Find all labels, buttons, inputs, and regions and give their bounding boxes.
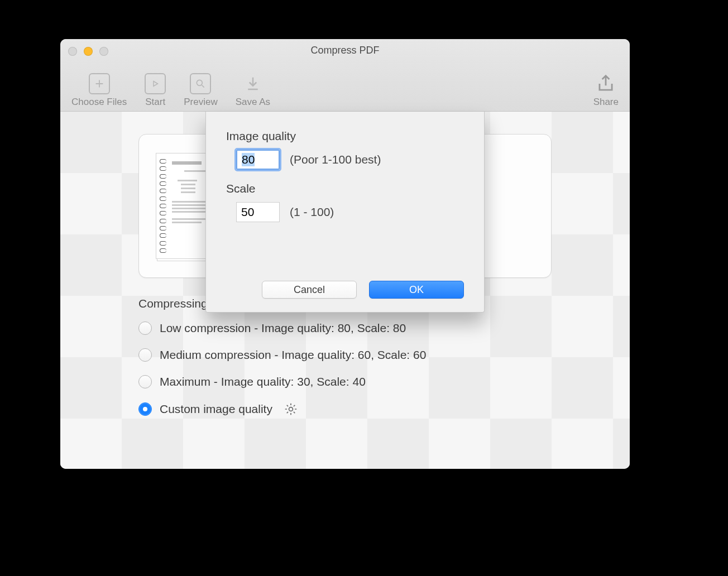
option-label: Custom image quality — [160, 402, 272, 416]
preview-label: Preview — [184, 97, 217, 108]
play-icon — [145, 73, 166, 94]
magnifier-icon — [190, 73, 211, 94]
option-label: Medium compression - Image quality: 60, … — [160, 348, 426, 362]
option-maximum-compression[interactable]: Maximum - Image quality: 30, Scale: 40 — [138, 375, 596, 388]
option-label: Low compression - Image quality: 80, Sca… — [160, 321, 406, 335]
choose-files-button[interactable]: Choose Files — [68, 73, 130, 108]
download-icon — [242, 73, 264, 94]
save-as-button[interactable]: Save As — [232, 73, 274, 108]
cancel-button[interactable]: Cancel — [262, 281, 357, 299]
option-medium-compression[interactable]: Medium compression - Image quality: 60, … — [138, 348, 596, 362]
scale-label: Scale — [226, 182, 464, 195]
start-button[interactable]: Start — [141, 73, 169, 108]
option-label: Maximum - Image quality: 30, Scale: 40 — [160, 375, 366, 388]
radio-button[interactable] — [138, 321, 152, 335]
save-as-label: Save As — [236, 97, 270, 108]
scale-input[interactable] — [236, 202, 280, 222]
plus-icon — [89, 73, 110, 94]
titlebar: Compress PDF Choose Files Start Preview — [60, 39, 630, 112]
svg-point-1 — [289, 407, 293, 411]
share-icon — [595, 73, 616, 94]
gear-icon[interactable] — [284, 402, 298, 416]
ok-button[interactable]: OK — [369, 281, 464, 299]
share-button[interactable]: Share — [590, 73, 622, 108]
choose-files-label: Choose Files — [71, 97, 127, 108]
app-window: Compress PDF Choose Files Start Preview — [60, 39, 630, 469]
preview-button[interactable]: Preview — [180, 73, 221, 108]
radio-button-selected[interactable] — [138, 402, 152, 416]
radio-button[interactable] — [138, 348, 152, 362]
image-quality-hint: (Poor 1-100 best) — [290, 153, 381, 166]
start-label: Start — [145, 97, 165, 108]
svg-point-0 — [197, 80, 203, 85]
share-label: Share — [593, 97, 619, 108]
custom-quality-dialog: Image quality (Poor 1-100 best) Scale (1… — [205, 112, 485, 313]
image-quality-input[interactable] — [236, 150, 280, 170]
option-custom-quality[interactable]: Custom image quality — [138, 402, 596, 416]
compression-options: Low compression - Image quality: 80, Sca… — [138, 321, 596, 416]
toolbar: Choose Files Start Preview Save As — [68, 73, 622, 108]
option-low-compression[interactable]: Low compression - Image quality: 80, Sca… — [138, 321, 596, 335]
scale-hint: (1 - 100) — [290, 205, 334, 219]
spiral-binding-icon — [160, 159, 166, 253]
window-title: Compress PDF — [60, 45, 630, 56]
image-quality-label: Image quality — [226, 129, 464, 143]
radio-button[interactable] — [138, 375, 152, 388]
